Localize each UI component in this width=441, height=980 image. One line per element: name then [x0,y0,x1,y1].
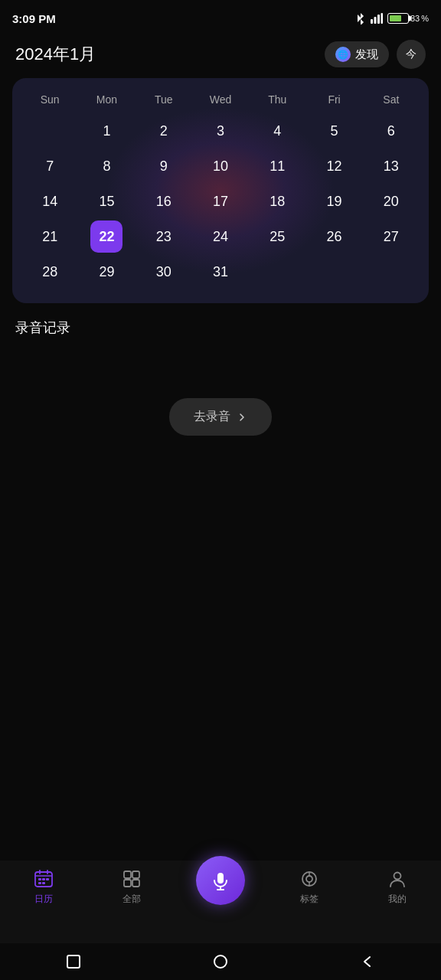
today-label: 今 [406,47,416,61]
nav-label-calendar: 日历 [34,893,53,906]
cal-cell-15[interactable]: 15 [90,185,122,217]
cal-cell-16[interactable]: 16 [148,185,180,217]
cal-cell-13[interactable]: 13 [375,150,407,182]
nav-item-tags[interactable]: 标签 [286,868,332,906]
svg-rect-13 [124,871,131,878]
svg-rect-25 [67,956,80,968]
bottom-nav: 日历 全部 [0,861,441,943]
cal-cell-empty [34,115,66,147]
svg-rect-10 [46,878,49,880]
cal-cell-23[interactable]: 23 [148,220,180,253]
cal-cell-12[interactable]: 12 [318,150,351,182]
nav-item-all[interactable]: 全部 [109,868,155,906]
recording-title: 录音记录 [15,318,426,337]
battery-level: 83 [410,14,420,23]
cal-cell-26[interactable]: 26 [318,220,351,253]
cal-cell-empty2 [261,256,293,288]
cal-cell-empty3 [318,256,351,288]
cal-cell-21[interactable]: 21 [34,220,66,253]
cal-cell-17[interactable]: 17 [204,185,237,217]
cal-cell-18[interactable]: 18 [261,185,293,217]
cal-cell-6[interactable]: 6 [375,115,407,147]
cal-cell-20[interactable]: 20 [375,185,407,217]
cal-cell-28[interactable]: 28 [34,256,66,288]
go-record-button[interactable]: 去录音 [169,398,272,436]
nav-item-record[interactable] [196,868,245,905]
discover-icon: 🌐 [335,47,351,62]
cal-cell-14[interactable]: 14 [34,185,66,217]
cal-cell-8[interactable]: 8 [90,150,122,182]
battery-icon: 83 % [387,13,429,24]
cal-cell-22-today[interactable]: 22 [90,220,122,253]
record-center-button[interactable] [196,856,245,905]
calendar-weekdays: Sun Mon Tue Wed Thu Fri Sat [21,90,420,109]
header-actions: 🌐 发现 今 [325,40,426,69]
svg-point-24 [394,873,400,880]
svg-rect-3 [381,13,383,24]
calendar-nav-icon [33,868,54,890]
mine-nav-icon [387,868,408,890]
cal-cell-29[interactable]: 29 [90,256,122,288]
sys-back-button[interactable] [355,949,380,974]
cal-cell-30[interactable]: 30 [148,256,180,288]
weekday-mon: Mon [78,90,135,109]
nav-item-mine[interactable]: 我的 [374,868,420,906]
nav-label-all: 全部 [122,893,141,906]
svg-point-26 [214,956,227,968]
svg-point-21 [306,876,312,882]
recording-section: 录音记录 去录音 [0,303,441,436]
sys-home-button[interactable] [208,949,233,974]
discover-button[interactable]: 🌐 发现 [325,41,389,67]
weekday-wed: Wed [192,90,249,109]
weekday-fri: Fri [305,90,362,109]
cal-cell-9[interactable]: 9 [148,150,180,182]
tags-nav-icon [299,868,320,890]
svg-rect-8 [38,878,41,880]
status-time: 3:09 PM [12,12,56,25]
cal-cell-empty4 [375,256,407,288]
cal-cell-5[interactable]: 5 [318,115,351,147]
svg-rect-0 [371,19,373,24]
bluetooth-icon [355,12,366,24]
cal-cell-2[interactable]: 2 [148,115,180,147]
cal-cell-3[interactable]: 3 [204,115,237,147]
header: 2024年1月 🌐 发现 今 [0,34,441,78]
status-bar: 3:09 PM 83 % [0,0,441,34]
all-nav-icon [121,868,142,890]
status-icons: 83 % [355,12,429,24]
signal-icon [371,13,383,24]
cal-cell-4[interactable]: 4 [261,115,293,147]
cal-cell-27[interactable]: 27 [375,220,407,253]
svg-rect-14 [132,871,139,878]
calendar-grid: 1 2 3 4 5 6 7 8 9 10 11 12 13 14 15 16 1… [21,115,420,288]
nav-label-mine: 我的 [388,893,407,906]
system-nav-bar [0,943,441,980]
cal-cell-1[interactable]: 1 [90,115,122,147]
nav-label-tags: 标签 [300,893,318,906]
weekday-tue: Tue [136,90,192,109]
svg-rect-11 [38,882,41,884]
cal-cell-10[interactable]: 10 [204,150,237,182]
cal-cell-19[interactable]: 19 [318,185,351,217]
svg-rect-15 [124,880,131,887]
go-record-label: 去录音 [194,409,230,425]
cal-cell-31[interactable]: 31 [204,256,237,288]
cal-cell-25[interactable]: 25 [261,220,293,253]
nav-item-calendar[interactable]: 日历 [21,868,67,906]
weekday-thu: Thu [249,90,305,109]
svg-rect-9 [42,878,45,880]
chevron-right-icon [237,412,247,423]
calendar: Sun Mon Tue Wed Thu Fri Sat 1 2 3 4 5 6 … [12,78,429,303]
weekday-sun: Sun [21,90,78,109]
svg-rect-12 [42,882,45,884]
cal-cell-7[interactable]: 7 [34,150,66,182]
today-button[interactable]: 今 [397,40,426,69]
cal-cell-24[interactable]: 24 [204,220,237,253]
svg-rect-1 [374,17,376,24]
svg-rect-16 [132,880,139,887]
nav-items: 日历 全部 [0,868,441,906]
page-title: 2024年1月 [15,43,96,66]
sys-square-button[interactable] [61,949,86,974]
discover-label: 发现 [355,47,378,62]
cal-cell-11[interactable]: 11 [261,150,293,182]
